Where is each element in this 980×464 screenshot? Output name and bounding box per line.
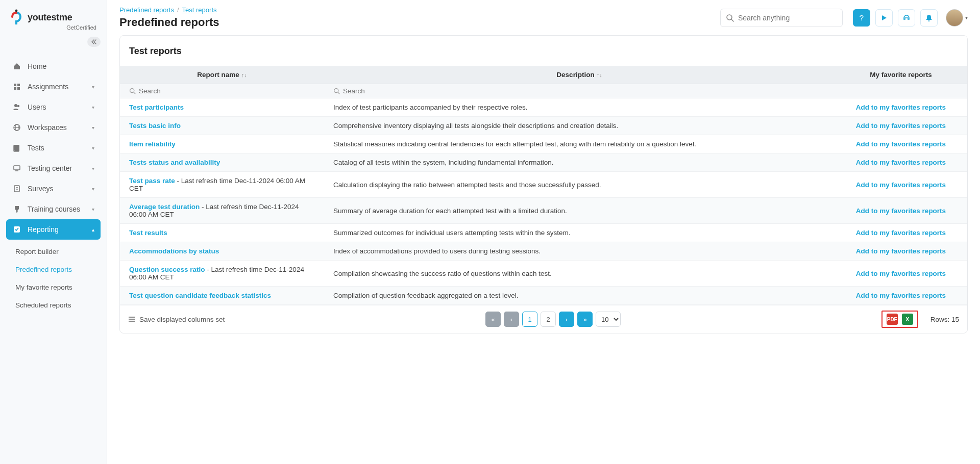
report-link[interactable]: Test participants — [129, 104, 184, 111]
filter-desc[interactable] — [333, 87, 825, 95]
search-icon — [726, 14, 734, 22]
top-actions: ? ▾ — [853, 9, 968, 27]
table-footer: Save displayed columns set « ‹ 1 2 › » 1… — [120, 305, 967, 333]
pager-last[interactable]: » — [577, 312, 593, 327]
export-excel-button[interactable]: X — [902, 314, 913, 325]
sidebar-item-users[interactable]: Users▾ — [6, 97, 101, 117]
chevron-down-icon: ▾ — [965, 15, 968, 20]
report-link[interactable]: Test results — [129, 229, 167, 237]
col-header-desc[interactable]: Description↑↓ — [324, 66, 835, 84]
sidebar-collapse-button[interactable] — [87, 37, 101, 47]
pager-page-1[interactable]: 1 — [522, 312, 537, 327]
global-search[interactable] — [720, 9, 843, 27]
support-button[interactable] — [898, 9, 915, 27]
pager-page-2[interactable]: 2 — [541, 312, 556, 327]
svg-rect-3 — [14, 87, 16, 90]
add-favorite-link[interactable]: Add to my favorites reports — [856, 270, 946, 277]
main-area: Predefined reports/Test reports Predefin… — [107, 0, 980, 464]
logo[interactable]: youtestme — [10, 9, 96, 25]
chevron-down-icon: ▾ — [92, 186, 94, 192]
report-desc: Compilation showcasing the success ratio… — [324, 261, 835, 287]
play-button[interactable] — [875, 9, 893, 27]
svg-point-25 — [334, 89, 338, 93]
chevron-down-icon: ▾ — [92, 125, 94, 131]
sidebar-item-surveys[interactable]: Surveys▾ — [6, 178, 101, 199]
col-header-name[interactable]: Report name↑↓ — [120, 66, 324, 84]
report-desc: Index of test participants accompanied b… — [324, 98, 835, 117]
subnav-scheduled-reports[interactable]: Scheduled reports — [10, 296, 107, 314]
add-favorite-link[interactable]: Add to my favorites reports — [856, 207, 946, 215]
workspaces-icon — [12, 123, 21, 132]
notifications-button[interactable] — [920, 9, 938, 27]
add-favorite-link[interactable]: Add to my favorites reports — [856, 122, 946, 130]
sidebar-item-home[interactable]: Home — [6, 56, 101, 76]
sidebar-item-assignments[interactable]: Assignments▾ — [6, 76, 101, 97]
report-desc: Statistical measures indicating central … — [324, 135, 835, 153]
sidebar: youtestme GetCertified HomeAssignments▾U… — [0, 0, 107, 464]
columns-icon — [128, 316, 135, 322]
report-link[interactable]: Average test duration — [129, 203, 200, 211]
add-favorite-link[interactable]: Add to my favorites reports — [856, 104, 946, 111]
assignments-icon — [12, 83, 21, 91]
user-menu[interactable]: ▾ — [946, 9, 968, 27]
sort-icon: ↑↓ — [597, 72, 602, 78]
subnav-report-builder[interactable]: Report builder — [10, 243, 107, 261]
sidebar-item-testing-center[interactable]: Testing center▾ — [6, 158, 101, 178]
sidebar-item-label: Reporting — [28, 225, 59, 234]
add-favorite-link[interactable]: Add to my favorites reports — [856, 292, 946, 299]
report-link[interactable]: Item reliability — [129, 140, 176, 148]
svg-point-23 — [130, 89, 134, 93]
filter-desc-input[interactable] — [343, 87, 825, 95]
svg-line-26 — [338, 92, 339, 94]
report-link[interactable]: Accommodations by status — [129, 247, 219, 255]
report-link[interactable]: Test question candidate feedback statist… — [129, 292, 271, 299]
main-nav: HomeAssignments▾Users▾Workspaces▾Tests▾T… — [0, 56, 107, 240]
sidebar-item-training-courses[interactable]: Training courses▾ — [6, 199, 101, 219]
chevron-down-icon: ▾ — [92, 145, 94, 151]
report-desc: Compilation of question feedback aggrega… — [324, 287, 835, 305]
pager-next[interactable]: › — [559, 312, 574, 327]
sidebar-item-label: Workspaces — [28, 123, 67, 132]
reports-panel: Test reports Report name↑↓ Description↑↓… — [119, 35, 968, 333]
breadcrumb-root[interactable]: Predefined reports — [119, 6, 174, 14]
add-favorite-link[interactable]: Add to my favorites reports — [856, 140, 946, 148]
subnav-predefined-reports[interactable]: Predefined reports — [10, 261, 107, 278]
filter-name-input[interactable] — [139, 87, 315, 95]
page-size-select[interactable]: 10 — [596, 312, 621, 327]
subnav-my-favorite-reports[interactable]: My favorite reports — [10, 278, 107, 296]
svg-point-0 — [15, 10, 18, 12]
pager-prev[interactable]: ‹ — [504, 312, 519, 327]
table-row: Test participantsIndex of test participa… — [120, 98, 967, 117]
pager-first[interactable]: « — [485, 312, 501, 327]
add-favorite-link[interactable]: Add to my favorites reports — [856, 159, 946, 166]
help-button[interactable]: ? — [853, 9, 870, 27]
add-favorite-link[interactable]: Add to my favorites reports — [856, 229, 946, 237]
breadcrumb-leaf[interactable]: Test reports — [182, 6, 217, 14]
add-favorite-link[interactable]: Add to my favorites reports — [856, 247, 946, 255]
chevron-up-icon: ▴ — [92, 227, 94, 233]
panel-title: Test reports — [120, 36, 967, 66]
export-pdf-button[interactable]: PDF — [887, 314, 898, 325]
search-icon — [129, 88, 136, 94]
report-link[interactable]: Question success ratio — [129, 266, 205, 273]
save-columns-button[interactable]: Save displayed columns set — [128, 316, 225, 323]
table-row: Accommodations by statusIndex of accommo… — [120, 242, 967, 261]
filter-name[interactable] — [129, 87, 315, 95]
report-link[interactable]: Tests status and availability — [129, 159, 220, 166]
export-box: PDF X — [881, 311, 918, 328]
sidebar-item-workspaces[interactable]: Workspaces▾ — [6, 117, 101, 138]
report-link[interactable]: Test pass rate — [129, 177, 175, 185]
report-desc: Summary of average duration for each att… — [324, 198, 835, 224]
table-row: Tests status and availabilityCatalog of … — [120, 153, 967, 172]
sidebar-item-tests[interactable]: Tests▾ — [6, 138, 101, 158]
sidebar-item-label: Users — [28, 103, 46, 111]
svg-rect-1 — [14, 84, 16, 86]
report-desc: Calculation displaying the ratio between… — [324, 172, 835, 198]
add-favorite-link[interactable]: Add to my favorites reports — [856, 181, 946, 189]
svg-point-6 — [17, 105, 19, 107]
sidebar-item-reporting[interactable]: Reporting▴ — [6, 219, 101, 240]
report-link[interactable]: Tests basic info — [129, 122, 181, 130]
report-desc: Comprehensive inventory displaying all t… — [324, 117, 835, 135]
logo-text: youtestme — [28, 12, 72, 23]
global-search-input[interactable] — [738, 14, 837, 22]
